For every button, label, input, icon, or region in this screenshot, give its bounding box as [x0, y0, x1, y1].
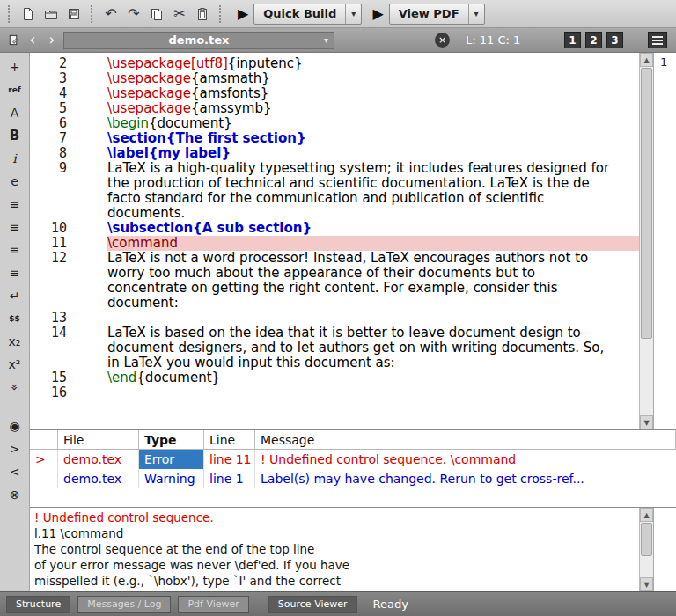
type-column-header[interactable]: Type — [139, 430, 204, 450]
line-number: 2 — [30, 56, 107, 71]
scroll-down-icon[interactable]: ▼ — [640, 577, 653, 591]
copy-button[interactable] — [146, 4, 167, 25]
structure-button[interactable]: Structure — [6, 596, 70, 613]
subscript-icon[interactable]: x₂ — [4, 331, 26, 352]
line-column-header[interactable]: Line — [204, 430, 255, 450]
editor-line-13[interactable]: 13 — [30, 311, 639, 326]
row-marker: > — [30, 450, 58, 469]
editor-line-10[interactable]: 10\subsection{A sub section} — [30, 221, 639, 236]
label-icon[interactable]: A — [4, 102, 26, 123]
editor-line-3[interactable]: 3\usepackage{amsmath} — [30, 71, 639, 86]
editor-line-9[interactable]: 9LaTeX is a high-quality typesetting sys… — [30, 161, 639, 221]
editor-line-8[interactable]: 8\label{my label} — [30, 146, 639, 161]
layout-button-1[interactable]: 1 — [564, 32, 581, 48]
layout-button-3[interactable]: 3 — [606, 32, 623, 48]
close-document-button[interactable]: × — [435, 33, 450, 48]
row-marker — [30, 469, 58, 488]
open-file-button[interactable] — [40, 4, 62, 25]
message-column-header[interactable]: Message — [255, 430, 676, 450]
view-pdf-select[interactable]: View PDF ▾ — [389, 4, 485, 25]
log-scrollbar[interactable]: ▲ ▼ — [639, 508, 653, 591]
new-document-icon — [21, 7, 35, 21]
message-type: Error — [139, 450, 204, 469]
paste-icon — [195, 7, 209, 21]
next-error-icon[interactable]: > — [4, 438, 26, 459]
editor-line-2[interactable]: 2\usepackage[utf8]{inputenc} — [30, 56, 639, 71]
eye-icon[interactable]: ◉ — [4, 415, 26, 436]
scroll-up-icon[interactable]: ▲ — [640, 508, 653, 522]
quick-build-run-button[interactable]: ▶ — [238, 7, 248, 21]
editor-line-7[interactable]: 7\section{The first section} — [30, 131, 639, 146]
chevron-down-icon: ▾ — [324, 35, 328, 45]
messages-log-button[interactable]: Messages / Log — [77, 596, 171, 613]
scrollbar-thumb[interactable] — [641, 523, 652, 556]
toolbar-separator — [219, 5, 223, 23]
back-button[interactable]: ‹ — [25, 31, 40, 50]
close-icon: × — [438, 35, 446, 45]
ref-icon[interactable]: ref — [4, 79, 26, 100]
collapse-icon[interactable]: » — [4, 376, 26, 399]
view-pdf-run-button[interactable]: ▶ — [372, 7, 383, 21]
display-math-icon[interactable]: $$ — [4, 308, 26, 329]
emph-icon[interactable]: e — [4, 171, 26, 192]
chevron-down-icon[interactable]: ▾ — [468, 4, 484, 24]
enumerate-icon[interactable]: ≡ — [4, 216, 26, 238]
edit-document-button[interactable] — [5, 31, 21, 50]
stop-icon[interactable]: ⊗ — [4, 484, 26, 505]
superscript-icon[interactable]: x² — [4, 354, 26, 375]
copy-icon — [150, 7, 164, 21]
undo-button[interactable]: ↶ — [100, 4, 121, 25]
chevron-down-icon[interactable]: ▾ — [345, 4, 361, 24]
open-file-selector[interactable]: demo.tex ▾ — [63, 32, 334, 49]
scroll-up-icon[interactable]: ▲ — [640, 53, 653, 67]
message-file: demo.tex — [58, 469, 139, 488]
cut-button[interactable]: ✂ — [169, 4, 190, 25]
new-document-button[interactable] — [18, 4, 39, 25]
file-column-header[interactable]: File — [58, 430, 139, 450]
list-environment-icon[interactable]: ≡ — [4, 262, 26, 283]
editor-scrollbar[interactable]: ▲ ▼ — [639, 53, 653, 429]
description-icon[interactable]: ≡ — [4, 239, 26, 260]
editor-line-12[interactable]: 12LaTeX is not a word processor! Instead… — [30, 251, 639, 311]
view-pdf-label: View PDF — [390, 7, 468, 20]
scroll-down-icon[interactable]: ▼ — [640, 415, 653, 429]
paste-button[interactable] — [192, 4, 213, 25]
undo-icon: ↶ — [105, 5, 116, 22]
previous-error-icon[interactable]: < — [4, 461, 26, 482]
source-viewer-button[interactable]: Source Viewer — [268, 596, 357, 613]
line-number: 4 — [30, 86, 107, 101]
editor-line-11[interactable]: 11\command — [30, 236, 639, 251]
newline-icon[interactable]: ↵ — [4, 285, 26, 306]
structure-list-button[interactable] — [648, 32, 667, 48]
scrollbar-thumb[interactable] — [641, 68, 652, 339]
message-row[interactable]: demo.texWarningline 1Label(s) may have c… — [30, 469, 676, 488]
code-area[interactable]: 2\usepackage[utf8]{inputenc}3\usepackage… — [30, 53, 639, 429]
log-panel: ! Undefined control sequence.l.11 \comma… — [30, 507, 676, 591]
line-number: 3 — [30, 71, 107, 86]
italic-icon[interactable]: i — [4, 148, 26, 169]
line-number: 11 — [30, 236, 107, 251]
message-text: ! Undefined control sequence. \command — [255, 450, 676, 469]
line-number: 12 — [30, 251, 107, 311]
message-row[interactable]: >demo.texErrorline 11! Undefined control… — [30, 450, 676, 469]
itemize-icon[interactable]: ≡ — [4, 194, 26, 215]
editor-line-15[interactable]: 15\end{document} — [30, 370, 639, 385]
panel-toggle-buttons: StructureMessages / LogPdf ViewerSource … — [6, 596, 357, 613]
current-file-name: demo.tex — [169, 33, 230, 47]
save-button[interactable] — [63, 4, 84, 25]
editor-line-5[interactable]: 5\usepackage{amssymb} — [30, 101, 639, 116]
quick-build-select[interactable]: Quick Build ▾ — [254, 4, 362, 25]
redo-button[interactable]: ↷ — [123, 4, 144, 25]
latex-toolbar: +refABie≡≡≡≡↵$$x₂x²»◉><⊗ — [0, 53, 30, 591]
editor-panel[interactable]: 2\usepackage[utf8]{inputenc}3\usepackage… — [30, 53, 676, 429]
layout-button-2[interactable]: 2 — [585, 32, 602, 48]
editor-line-6[interactable]: 6\begin{document} — [30, 116, 639, 131]
pdf-viewer-button[interactable]: Pdf Viewer — [178, 596, 248, 613]
bold-icon[interactable]: B — [4, 125, 26, 146]
editor-line-4[interactable]: 4\usepackage{amsfonts} — [30, 86, 639, 101]
log-line: The control sequence at the end of the t… — [34, 541, 639, 557]
forward-button[interactable]: › — [44, 31, 60, 50]
editor-line-14[interactable]: 14LaTeX is based on the idea that it is … — [30, 326, 639, 370]
insert-environment-icon[interactable]: + — [4, 56, 26, 77]
editor-line-16[interactable]: 16 — [30, 385, 639, 400]
